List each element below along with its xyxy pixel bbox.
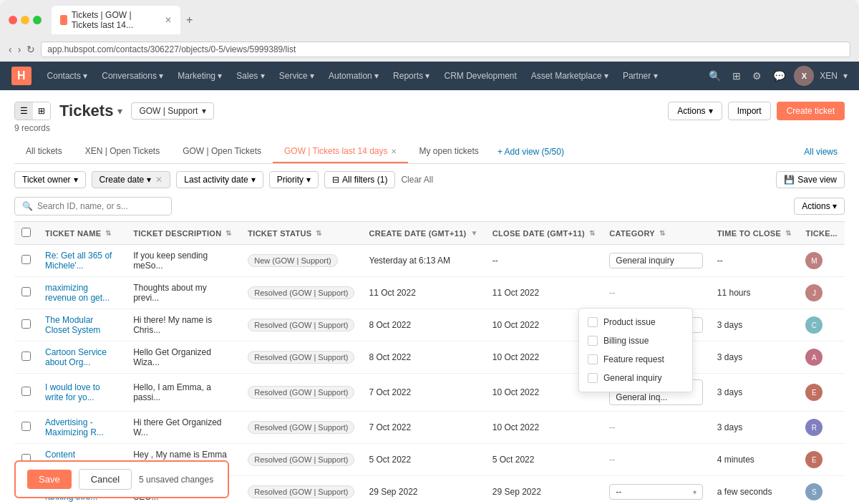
ticket-owner-filter[interactable]: Ticket owner ▾	[14, 171, 86, 188]
table-row: Advertising - Maximizing R... Hi there G…	[14, 412, 845, 444]
nav-partner[interactable]: Partner ▾	[616, 62, 665, 90]
time-to-close-column-header[interactable]: TIME TO CLOSE ⇅	[717, 229, 792, 238]
settings-icon-btn[interactable]: ⚙	[749, 67, 765, 84]
ticket-status-column-header[interactable]: TICKET STATUS ⇅	[248, 229, 354, 238]
tab-gow-last14[interactable]: GOW | Tickets last 14 days ✕	[273, 140, 408, 163]
dropdown-checkbox[interactable]	[588, 354, 598, 364]
browser-back-button[interactable]: ‹	[9, 44, 12, 55]
hubspot-logo[interactable]: H	[11, 67, 31, 85]
nav-contacts[interactable]: Contacts ▾	[40, 62, 95, 90]
nav-automation[interactable]: Automation ▾	[321, 62, 386, 90]
all-filters-button[interactable]: ⊟ All filters (1)	[324, 171, 395, 188]
category-select-editing[interactable]: -- ▾	[609, 484, 702, 500]
row-checkbox[interactable]	[21, 352, 31, 361]
new-tab-button[interactable]: +	[183, 11, 195, 29]
ticket-name-link[interactable]: I would love to write for yo...	[45, 382, 100, 402]
dropdown-option-label: Feature request	[603, 354, 664, 364]
browser-forward-button[interactable]: ›	[18, 44, 21, 55]
create-ticket-button[interactable]: Create ticket	[777, 102, 845, 120]
tab-xen-open[interactable]: XEN | Open Tickets	[74, 140, 172, 163]
nav-crm-development[interactable]: CRM Development	[437, 62, 523, 90]
save-button[interactable]: Save	[27, 470, 72, 489]
create-date-column-header[interactable]: CREATE DATE (GMT+11) ▼	[369, 229, 477, 238]
category-select[interactable]: General inquiry	[609, 253, 702, 268]
import-button[interactable]: Import	[728, 102, 771, 120]
all-views-button[interactable]: All views	[797, 141, 845, 163]
browser-dot-red[interactable]	[9, 16, 17, 24]
create-date-sort-icon[interactable]: ▼	[471, 229, 478, 237]
user-avatar[interactable]: X	[794, 66, 814, 86]
cancel-button[interactable]: Cancel	[79, 469, 132, 490]
close-date-column-header[interactable]: CLOSE DATE (GMT+11) ⇅	[492, 229, 596, 238]
dropdown-checkbox[interactable]	[588, 373, 598, 383]
ticket-name-column-header[interactable]: TICKET NAME ⇅	[45, 229, 119, 238]
tab-all-tickets[interactable]: All tickets	[14, 140, 74, 163]
add-view-button[interactable]: + Add view (5/50)	[490, 141, 571, 163]
select-all-checkbox[interactable]	[21, 228, 31, 237]
category-column-header[interactable]: CATEGORY ⇅	[609, 229, 702, 238]
close-date: 11 Oct 2022	[492, 288, 539, 298]
notifications-icon-btn[interactable]: 💬	[770, 67, 788, 84]
nav-sales[interactable]: Sales ▾	[229, 62, 271, 90]
actions-button[interactable]: Actions ▾	[668, 102, 722, 120]
ticket-status-badge: Resolved (GOW | Support)	[248, 453, 354, 466]
row-checkbox[interactable]	[21, 255, 31, 264]
browser-address-bar[interactable]: app.hubspot.com/contacts/306227/objects/…	[41, 42, 850, 57]
browser-dot-green[interactable]	[33, 16, 42, 24]
list-view-button[interactable]: ☰	[15, 102, 33, 120]
save-view-button[interactable]: 💾 Save view	[776, 171, 845, 188]
search-icon-btn[interactable]: 🔍	[706, 67, 724, 84]
tab-close-icon[interactable]: ✕	[391, 147, 397, 155]
tab-gow-open[interactable]: GOW | Open Tickets	[171, 140, 273, 163]
browser-refresh-button[interactable]: ↻	[26, 44, 35, 55]
last-activity-filter[interactable]: Last activity date ▾	[176, 171, 263, 188]
marketplace-icon-btn[interactable]: ⊞	[729, 67, 744, 84]
search-row: 🔍 Actions ▾	[14, 197, 845, 215]
header-actions: Actions ▾ Import Create ticket	[668, 102, 845, 120]
page-title-dropdown-icon[interactable]: ▾	[117, 105, 122, 117]
view-toggle: ☰ ⊞	[14, 102, 51, 120]
clear-all-button[interactable]: Clear All	[401, 175, 433, 185]
records-count: 9 records	[14, 123, 845, 133]
search-input[interactable]	[37, 201, 152, 211]
nav-conversations[interactable]: Conversations ▾	[94, 62, 170, 90]
row-checkbox[interactable]	[21, 319, 31, 329]
nav-reports[interactable]: Reports ▾	[386, 62, 437, 90]
ticket-description-column-header[interactable]: TICKET DESCRIPTION ⇅	[133, 229, 233, 238]
row-checkbox[interactable]	[21, 422, 31, 431]
row-checkbox[interactable]	[21, 387, 31, 396]
dropdown-option[interactable]: Product issue	[579, 313, 692, 331]
nav-asset-marketplace[interactable]: Asset Marketplace ▾	[524, 62, 616, 90]
dropdown-option[interactable]: General inquiry	[579, 369, 692, 387]
board-view-button[interactable]: ⊞	[33, 102, 50, 120]
close-date: 10 Oct 2022	[492, 320, 539, 330]
dropdown-checkbox[interactable]	[588, 336, 598, 346]
table-row: Cartoon Service about Org... Hello Get O…	[14, 341, 845, 374]
row-checkbox[interactable]	[21, 287, 31, 296]
category-cell: General inquiry	[602, 245, 709, 277]
table-actions-button[interactable]: Actions ▾	[794, 198, 845, 215]
dropdown-option[interactable]: Billing issue	[579, 331, 692, 350]
nav-service[interactable]: Service ▾	[272, 62, 321, 90]
dropdown-checkbox[interactable]	[588, 317, 598, 327]
ticket-description: Hello, I am Emma, a passi...	[133, 382, 211, 402]
ticket-name-link[interactable]: Re: Get all 365 of Michele'...	[45, 251, 112, 271]
create-date-filter[interactable]: Create date ▾ ✕	[92, 171, 171, 188]
search-box[interactable]: 🔍	[14, 197, 172, 215]
ticket-name-link[interactable]: maximizing revenue on get...	[45, 283, 110, 303]
group-selector[interactable]: GOW | Support ▾	[131, 102, 214, 120]
ticket-status-badge: Resolved (GOW | Support)	[248, 319, 354, 331]
username-label: XEN	[820, 71, 838, 81]
browser-tab-active[interactable]: Tickets | GOW | Tickets last 14... ✕	[52, 6, 180, 34]
category-dropdown: Product issue Billing issue Feature requ…	[578, 308, 693, 392]
nav-marketing[interactable]: Marketing ▾	[170, 62, 229, 90]
ticket-name-link[interactable]: Advertising - Maximizing R...	[45, 417, 104, 437]
tab-my-open[interactable]: My open tickets	[408, 140, 490, 163]
dropdown-option[interactable]: Feature request	[579, 350, 692, 369]
browser-tab-close[interactable]: ✕	[165, 15, 172, 25]
priority-filter[interactable]: Priority ▾	[269, 171, 319, 188]
ticket-name-link[interactable]: Cartoon Service about Org...	[45, 347, 107, 367]
ticket-name-link[interactable]: The Modular Closet System	[45, 315, 100, 335]
ticket-description: If you keep sending meSo...	[133, 251, 208, 271]
browser-dot-yellow[interactable]	[21, 16, 29, 24]
